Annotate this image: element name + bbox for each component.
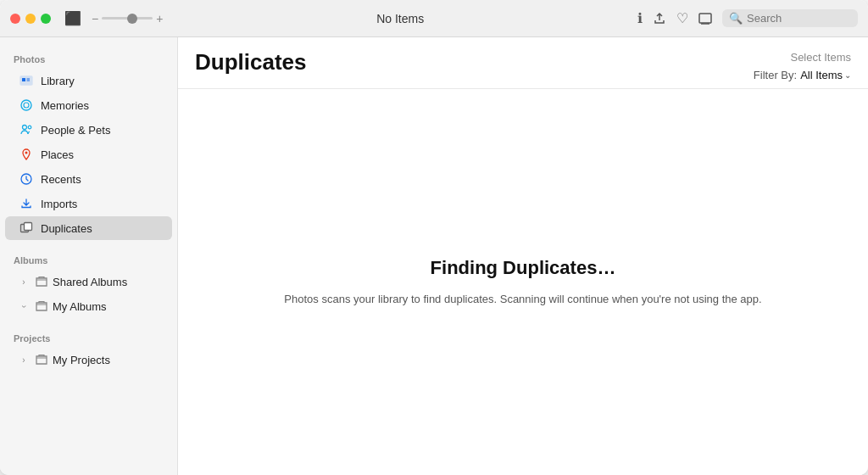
duplicates-label: Duplicates xyxy=(41,222,92,235)
main-layout: Photos Library xyxy=(0,37,868,475)
recents-icon xyxy=(19,171,34,187)
svg-point-8 xyxy=(28,126,31,129)
places-label: Places xyxy=(41,148,74,161)
info-icon[interactable]: ℹ xyxy=(637,10,643,26)
shared-albums-label: Shared Albums xyxy=(53,276,127,288)
recents-label: Recents xyxy=(41,173,81,186)
sidebar-item-recents[interactable]: Recents xyxy=(5,167,172,191)
sidebar-item-memories[interactable]: Memories xyxy=(5,93,172,117)
albums-section-label: Albums xyxy=(0,249,177,269)
sidebar-item-places[interactable]: Places xyxy=(5,142,172,166)
titlebar-left: ⬛ − + xyxy=(10,10,163,26)
memories-icon xyxy=(19,98,34,113)
people-pets-label: People & Pets xyxy=(41,124,110,137)
maximize-button[interactable] xyxy=(41,14,51,24)
duplicates-icon xyxy=(19,221,34,236)
my-projects-icon xyxy=(34,352,49,367)
sidebar-item-my-projects[interactable]: › My Projects xyxy=(5,348,172,372)
svg-point-6 xyxy=(24,103,29,108)
photos-section-label: Photos xyxy=(0,48,177,68)
shared-albums-chevron: › xyxy=(19,277,29,287)
places-icon xyxy=(19,147,34,162)
zoom-slider-container: − + xyxy=(92,12,163,25)
select-items-button[interactable]: Select Items xyxy=(790,49,851,65)
svg-point-5 xyxy=(21,100,31,110)
search-bar[interactable]: 🔍 xyxy=(722,9,858,27)
filter-label: Filter By: xyxy=(754,69,797,81)
titlebar: ⬛ − + No Items ℹ ♡ xyxy=(0,0,868,37)
my-projects-chevron: › xyxy=(19,355,29,365)
titlebar-center: No Items xyxy=(170,12,631,25)
my-albums-chevron: › xyxy=(19,301,29,311)
zoom-slider-thumb xyxy=(127,14,137,24)
slideshow-icon[interactable] xyxy=(698,12,712,25)
filter-chevron-icon: ⌄ xyxy=(844,70,851,80)
close-button[interactable] xyxy=(10,14,20,24)
finding-duplicates-desc: Photos scans your library to find duplic… xyxy=(284,291,761,308)
people-pets-icon xyxy=(19,122,34,137)
svg-rect-12 xyxy=(25,223,32,231)
filter-value-text: All Items xyxy=(800,69,843,81)
traffic-lights xyxy=(10,14,51,24)
search-input[interactable] xyxy=(747,12,851,25)
svg-rect-0 xyxy=(699,14,711,23)
memories-label: Memories xyxy=(41,99,89,112)
no-items-label: No Items xyxy=(376,12,424,25)
svg-rect-2 xyxy=(22,78,25,81)
content-header: Duplicates Select Items Filter By: All I… xyxy=(178,37,868,89)
zoom-out-icon[interactable]: − xyxy=(92,12,98,25)
heart-icon[interactable]: ♡ xyxy=(676,10,688,26)
sidebar-item-people-pets[interactable]: People & Pets xyxy=(5,118,172,142)
library-icon xyxy=(19,73,34,88)
filter-bar: Filter By: All Items ⌄ xyxy=(754,69,851,81)
zoom-slider[interactable] xyxy=(102,17,153,20)
content-body: Finding Duplicates… Photos scans your li… xyxy=(178,89,868,475)
imports-icon xyxy=(19,196,34,211)
content-area: Duplicates Select Items Filter By: All I… xyxy=(178,37,868,475)
projects-section-label: Projects xyxy=(0,327,177,347)
my-albums-label: My Albums xyxy=(53,300,107,313)
sidebar-item-my-albums[interactable]: › My Albums xyxy=(5,294,172,318)
library-label: Library xyxy=(41,75,75,87)
minimize-button[interactable] xyxy=(25,14,36,24)
content-actions: Select Items Filter By: All Items ⌄ xyxy=(754,49,851,81)
finding-duplicates-title: Finding Duplicates… xyxy=(431,257,616,279)
imports-label: Imports xyxy=(41,198,77,210)
zoom-in-icon[interactable]: + xyxy=(156,12,163,25)
sidebar-toggle-icon[interactable]: ⬛ xyxy=(64,10,81,26)
sidebar-item-duplicates[interactable]: Duplicates xyxy=(5,216,172,240)
sidebar-item-library[interactable]: Library xyxy=(5,69,172,92)
share-icon[interactable] xyxy=(653,12,666,25)
svg-point-9 xyxy=(25,152,28,154)
page-title: Duplicates xyxy=(195,49,307,75)
search-icon: 🔍 xyxy=(729,12,743,25)
sidebar: Photos Library xyxy=(0,37,178,475)
sidebar-item-imports[interactable]: Imports xyxy=(5,192,172,215)
titlebar-right: ℹ ♡ 🔍 xyxy=(637,9,858,27)
app-window: ⬛ − + No Items ℹ ♡ xyxy=(0,0,868,475)
sidebar-item-shared-albums[interactable]: › Shared Albums xyxy=(5,270,172,293)
filter-value-button[interactable]: All Items ⌄ xyxy=(800,69,851,81)
shared-albums-icon xyxy=(34,274,49,289)
svg-point-7 xyxy=(23,126,27,130)
my-albums-icon xyxy=(34,299,49,314)
my-projects-label: My Projects xyxy=(53,354,110,366)
